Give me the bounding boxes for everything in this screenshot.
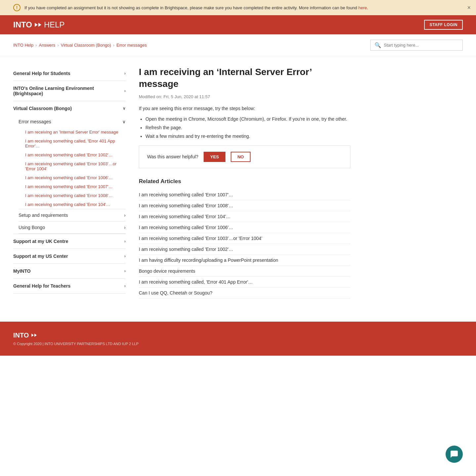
- sidebar-link-104[interactable]: I am receiving something called 'Error 1…: [25, 200, 126, 209]
- breadcrumb-sep-1: ›: [35, 43, 37, 48]
- related-item[interactable]: I am receiving something called 'Error 1…: [139, 200, 350, 211]
- sidebar-item-uk-header[interactable]: Support at my UK Centre ›: [13, 234, 126, 249]
- sidebar-sub-header-errors[interactable]: Error messages ∨: [19, 116, 126, 128]
- search-icon: 🔍: [375, 42, 381, 48]
- sidebar-link-internal-server-error[interactable]: I am receiving an 'Internal Server Error…: [25, 128, 126, 137]
- related-item[interactable]: I am receiving something called 'Error 1…: [139, 233, 350, 244]
- chevron-down-icon: ∨: [122, 119, 126, 124]
- chevron-right-icon: ›: [124, 225, 126, 230]
- article-meta: Modified on: Fri, 5 Jun, 2020 at 11:57: [139, 94, 350, 99]
- related-item[interactable]: I am receiving something called, 'Error …: [139, 277, 350, 288]
- related-item[interactable]: I am receiving something called 'Error 1…: [139, 211, 350, 222]
- related-item[interactable]: I am having difficulty recording/uploadi…: [139, 255, 350, 266]
- chevron-right-icon: ›: [124, 213, 126, 218]
- related-item[interactable]: Bongo device requirements: [139, 266, 350, 277]
- related-title: Related Articles: [139, 178, 350, 185]
- sidebar-link-401[interactable]: I am receiving something called, 'Error …: [25, 137, 126, 150]
- breadcrumb: INTO Help › Answers › Virtual Classroom …: [13, 43, 147, 48]
- sidebar-link-1006[interactable]: I am receiving something called 'Error 1…: [25, 173, 126, 182]
- sidebar-item-myinto-header[interactable]: MyINTO ›: [13, 264, 126, 278]
- no-button[interactable]: NO: [231, 152, 251, 162]
- related-articles: Related Articles I am receiving somethin…: [139, 178, 350, 298]
- article-content: I am receiving an ‘Internal Server Error…: [139, 66, 350, 298]
- related-item[interactable]: Can I use QQ, Cheetah or Sougou?: [139, 288, 350, 298]
- chevron-down-icon: ∨: [123, 106, 126, 111]
- search-box: 🔍: [370, 40, 463, 51]
- logo-into: INTO: [13, 20, 32, 29]
- helpful-label: Was this answer helpful?: [147, 154, 198, 159]
- sidebar-link-1008[interactable]: I am receiving something called 'Error 1…: [25, 191, 126, 200]
- sidebar-sub-header-using-bongo[interactable]: Using Bongo ›: [19, 221, 126, 233]
- sidebar-item-brightspace-header[interactable]: INTO's Online Learning Environment (Brig…: [13, 81, 126, 101]
- search-input[interactable]: [384, 43, 458, 48]
- sidebar-item-uk: Support at my UK Centre ›: [13, 234, 126, 249]
- sidebar-item-bongo: Virtual Classroom (Bongo) ∨ Error messag…: [13, 101, 126, 234]
- yes-button[interactable]: YES: [204, 152, 225, 162]
- sidebar: General Help for Students › INTO's Onlin…: [13, 66, 126, 298]
- warning-icon: !: [13, 4, 20, 11]
- related-item[interactable]: I am receiving something called 'Error 1…: [139, 244, 350, 255]
- site-footer: INTO © Copyright 2020 | INTO UNIVERSITY …: [0, 322, 476, 356]
- sidebar-item-students-header[interactable]: General Help for Students ›: [13, 66, 126, 81]
- sidebar-links-errors: I am receiving an 'Internal Server Error…: [19, 128, 126, 209]
- article-title: I am receiving an ‘Internal Server Error…: [139, 66, 350, 90]
- chevron-right-icon: ›: [124, 254, 126, 258]
- site-logo: INTO HELP: [13, 20, 65, 29]
- chevron-right-icon: ›: [124, 284, 126, 288]
- related-item[interactable]: I am receiving something called 'Error 1…: [139, 222, 350, 233]
- notification-banner: ! If you have completed an assignment bu…: [0, 0, 476, 15]
- sidebar-sub-bongo: Error messages ∨ I am receiving an 'Inte…: [13, 116, 126, 234]
- breadcrumb-into-help[interactable]: INTO Help: [13, 43, 33, 48]
- related-item[interactable]: I am receiving something called 'Error 1…: [139, 189, 350, 200]
- staff-login-button[interactable]: STAFF LOGIN: [424, 20, 463, 30]
- sidebar-item-bongo-header[interactable]: Virtual Classroom (Bongo) ∨: [13, 101, 126, 116]
- related-list: I am receiving something called 'Error 1…: [139, 189, 350, 298]
- breadcrumb-bongo[interactable]: Virtual Classroom (Bongo): [61, 43, 111, 48]
- sidebar-item-teachers-header[interactable]: General Help for Teachers ›: [13, 279, 126, 293]
- breadcrumb-current: Error messages: [116, 43, 147, 48]
- sidebar-item-us: Support at my US Center ›: [13, 249, 126, 264]
- sidebar-item-brightspace: INTO's Online Learning Environment (Brig…: [13, 81, 126, 101]
- banner-link[interactable]: here: [358, 5, 367, 10]
- article-steps: Open the meeting in Chrome, Microsoft Ed…: [139, 116, 350, 139]
- breadcrumb-sep-3: ›: [113, 43, 114, 48]
- banner-text: If you have completed an assignment but …: [24, 5, 463, 10]
- sidebar-sub-item-errors: Error messages ∨ I am receiving an 'Inte…: [19, 116, 126, 209]
- sidebar-item-us-header[interactable]: Support at my US Center ›: [13, 249, 126, 263]
- breadcrumb-sep-2: ›: [57, 43, 59, 48]
- footer-logo-icon: [31, 334, 37, 337]
- sidebar-link-1002[interactable]: I am receiving something called 'Error 1…: [25, 150, 126, 159]
- chevron-right-icon: ›: [124, 71, 126, 76]
- chevron-right-icon: ›: [124, 89, 126, 93]
- site-header: INTO HELP STAFF LOGIN: [0, 15, 476, 34]
- close-icon[interactable]: ×: [467, 4, 471, 11]
- footer-chevron-2: [34, 334, 37, 337]
- sidebar-sub-item-setup: Setup and requirements ›: [19, 209, 126, 221]
- main-layout: General Help for Students › INTO's Onlin…: [0, 56, 364, 308]
- step-2: Refresh the page.: [145, 125, 350, 130]
- sidebar-link-1003[interactable]: I am receiving something called 'Error 1…: [25, 159, 126, 173]
- footer-chevron-1: [31, 334, 34, 337]
- step-3: Wait a few minutes and try re-entering t…: [145, 134, 350, 139]
- breadcrumb-answers[interactable]: Answers: [39, 43, 56, 48]
- sidebar-sub-item-using-bongo: Using Bongo ›: [19, 221, 126, 234]
- step-1: Open the meeting in Chrome, Microsoft Ed…: [145, 116, 350, 122]
- article-intro: If you are seeing this error message, tr…: [139, 106, 350, 111]
- chevron-right-icon: ›: [124, 239, 126, 244]
- sidebar-link-1007[interactable]: I am receiving something called 'Error 1…: [25, 182, 126, 191]
- chevron-right-icon: ›: [124, 269, 126, 273]
- chevron-icon-1: [35, 23, 38, 27]
- helpful-box: Was this answer helpful? YES NO: [139, 145, 350, 168]
- footer-logo: INTO: [13, 332, 463, 339]
- chevron-icon-2: [38, 23, 41, 27]
- footer-copyright: © Copyright 2020 | INTO UNIVERSITY PARTN…: [13, 342, 463, 346]
- logo-icon: [35, 23, 41, 27]
- sidebar-item-students: General Help for Students ›: [13, 66, 126, 81]
- sidebar-item-teachers: General Help for Teachers ›: [13, 279, 126, 294]
- top-bar: INTO Help › Answers › Virtual Classroom …: [0, 34, 476, 56]
- sidebar-sub-header-setup[interactable]: Setup and requirements ›: [19, 209, 126, 221]
- sidebar-item-myinto: MyINTO ›: [13, 264, 126, 279]
- logo-help: HELP: [44, 20, 65, 29]
